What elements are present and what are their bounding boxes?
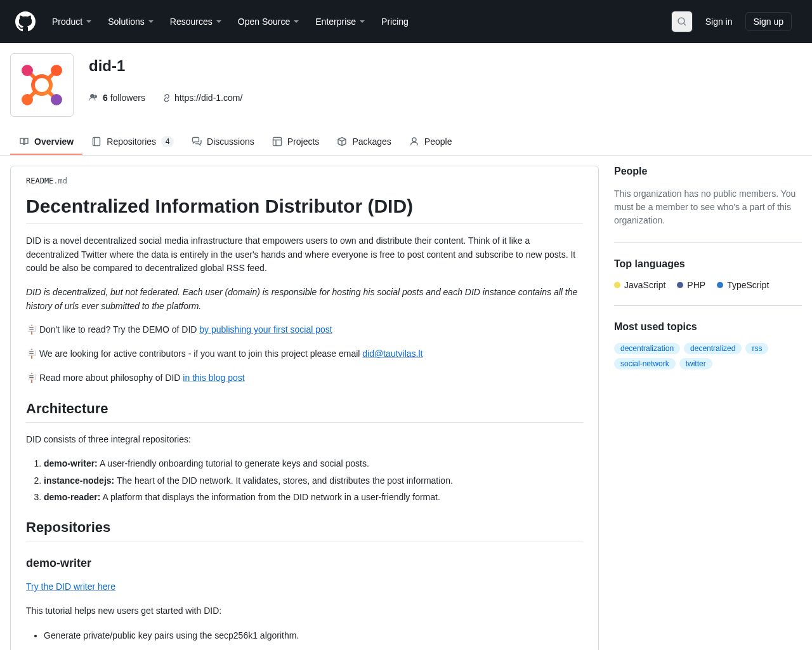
nav-solutions[interactable]: Solutions <box>102 11 161 32</box>
nav-opensource[interactable]: Open Source <box>232 11 307 32</box>
topic-tag[interactable]: social-network <box>614 358 676 369</box>
sidebar-people: People This organization has no public m… <box>614 166 802 243</box>
sidebar-title: Top languages <box>614 258 802 270</box>
readme-p: DID is decentralized, but not federated.… <box>26 286 583 313</box>
nav-resources[interactable]: Resources <box>164 11 229 32</box>
readme-filename[interactable]: README.md <box>11 166 598 190</box>
svg-point-7 <box>51 65 62 76</box>
svg-point-5 <box>33 76 51 94</box>
list-item: demo-reader: A platform that displays th… <box>44 490 583 504</box>
primary-nav: Product Solutions Resources Open Source … <box>46 11 671 32</box>
readme-p: DID is a novel decentralized social medi… <box>26 234 583 275</box>
topic-tag[interactable]: decentralized <box>684 343 742 354</box>
followers-link[interactable]: 6 followers <box>89 93 145 103</box>
tab-discussions[interactable]: Discussions <box>183 129 263 155</box>
svg-point-12 <box>412 138 416 142</box>
site-header: Product Solutions Resources Open Source … <box>0 0 812 43</box>
chevron-down-icon <box>85 18 93 25</box>
discussion-icon <box>192 136 202 147</box>
org-header: did-1 6 followers https://did-1.com/ <box>0 43 812 117</box>
lang-item[interactable]: TypeScript <box>717 280 769 290</box>
github-logo[interactable] <box>15 11 36 32</box>
readme-h3: demo-writer <box>26 557 583 570</box>
sidebar-text: This organization has no public members.… <box>614 187 802 227</box>
readme-box: README.md Decentralized Information Dist… <box>10 166 599 650</box>
chevron-down-icon <box>215 18 223 25</box>
tab-overview[interactable]: Overview <box>10 129 82 155</box>
link-icon <box>160 93 171 103</box>
writer-list: Generate private/public key pairs using … <box>26 628 583 642</box>
topic-tag[interactable]: decentralization <box>614 343 680 354</box>
blog-link[interactable]: in this blog post <box>183 373 244 383</box>
svg-rect-11 <box>273 138 281 146</box>
readme-h1: Decentralized Information Distributor (D… <box>26 196 583 224</box>
chevron-down-icon <box>358 18 366 25</box>
svg-point-6 <box>22 65 33 76</box>
readme-h2: Repositories <box>26 519 583 541</box>
tab-projects[interactable]: Projects <box>263 129 329 155</box>
tab-packages[interactable]: Packages <box>328 129 400 155</box>
tab-people[interactable]: People <box>400 129 461 155</box>
signin-link[interactable]: Sign in <box>700 13 738 30</box>
writer-link[interactable]: Try the DID writer here <box>26 581 115 592</box>
search-button[interactable] <box>671 11 693 32</box>
book-icon <box>19 136 29 147</box>
org-name: did-1 <box>89 57 242 75</box>
people-icon <box>89 93 99 103</box>
website-link[interactable]: https://did-1.com/ <box>160 93 242 103</box>
list-item: Generate private/public key pairs using … <box>44 628 583 642</box>
topic-tag[interactable]: rss <box>745 343 768 354</box>
chevron-down-icon <box>292 18 300 25</box>
demo-link[interactable]: by publishing your first social post <box>199 324 332 335</box>
svg-point-8 <box>22 94 33 105</box>
arch-list: demo-writer: A user-friendly onboarding … <box>26 456 583 504</box>
chevron-down-icon <box>147 18 155 25</box>
person-icon <box>409 136 419 147</box>
sidebar-title: People <box>614 166 802 177</box>
topic-tag[interactable]: twitter <box>679 358 712 369</box>
readme-p: 🪧 Read more about philosophy of DID in t… <box>26 371 583 385</box>
signup-button[interactable]: Sign up <box>745 12 792 31</box>
email-link[interactable]: did@tautvilas.lt <box>362 348 422 359</box>
list-item: demo-writer: A user-friendly onboarding … <box>44 456 583 470</box>
sidebar-topics: Most used topics decentralization decent… <box>614 321 802 385</box>
project-icon <box>272 136 282 147</box>
org-avatar[interactable] <box>10 53 74 117</box>
nav-enterprise[interactable]: Enterprise <box>309 11 372 32</box>
readme-p: 🪧 Don't like to read? Try the DEMO of DI… <box>26 323 583 337</box>
readme-p: Try the DID writer here <box>26 580 583 594</box>
sidebar-languages: Top languages JavaScript PHP TypeScript <box>614 258 802 306</box>
tab-repositories[interactable]: Repositories 4 <box>82 129 183 155</box>
readme-p: 🪧 We are looking for active contributors… <box>26 347 583 361</box>
svg-point-0 <box>678 18 684 24</box>
svg-rect-10 <box>93 138 100 146</box>
lang-item[interactable]: PHP <box>677 280 705 290</box>
readme-h2: Architecture <box>26 401 583 423</box>
list-item: instance-nodejs: The heart of the DID ne… <box>44 474 583 488</box>
svg-point-9 <box>51 94 62 105</box>
sidebar-title: Most used topics <box>614 321 802 333</box>
readme-p: DID consists of three integral repositor… <box>26 433 583 447</box>
repo-count-badge: 4 <box>161 136 174 147</box>
nav-product[interactable]: Product <box>46 11 99 32</box>
package-icon <box>337 136 347 147</box>
lang-item[interactable]: JavaScript <box>614 280 665 290</box>
search-icon <box>677 17 687 27</box>
repo-icon <box>91 136 102 147</box>
org-tabs: Overview Repositories 4 Discussions Proj… <box>0 129 812 156</box>
readme-p: This tutorial helps new users get starte… <box>26 604 583 618</box>
nav-pricing[interactable]: Pricing <box>375 11 415 32</box>
